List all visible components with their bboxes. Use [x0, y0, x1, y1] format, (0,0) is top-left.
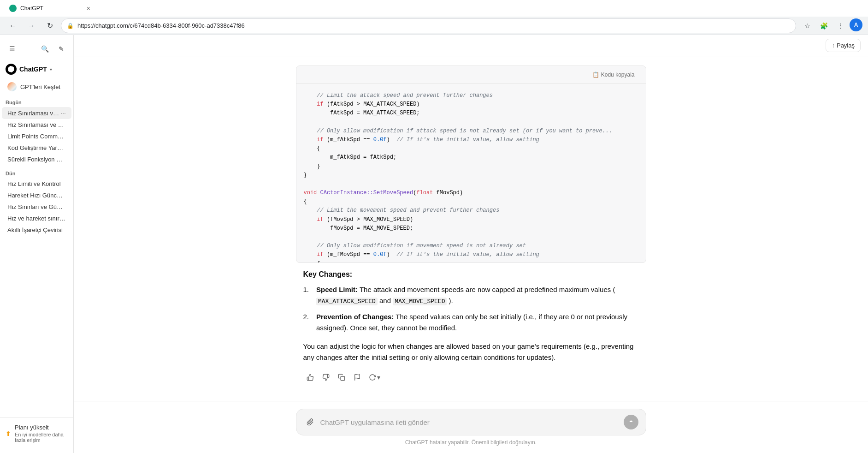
- browser-toolbar: ← → ↻ 🔒 https://chatgpt.com/c/674cd84b-6…: [0, 17, 868, 35]
- sidebar-item-label-2: Limit Points Command Block: [7, 133, 66, 140]
- gpt-explore-item[interactable]: GPT'leri Keşfet: [2, 79, 71, 94]
- address-bar[interactable]: 🔒 https://chatgpt.com/c/674cd84b-6334-80…: [61, 18, 796, 33]
- code-line-17: // Only allow modification if movement s…: [304, 242, 638, 250]
- search-button[interactable]: 🔍: [38, 42, 51, 55]
- regenerate-button[interactable]: ▾: [366, 372, 383, 383]
- sidebar-item-label-7: Hız Sınırları ve Güncelleme: [7, 203, 66, 210]
- today-section-label: Bugün: [0, 94, 73, 107]
- code-content: // Limit the attack speed and prevent fu…: [296, 84, 646, 263]
- more-icon-0[interactable]: ···: [60, 109, 66, 117]
- chat-messages[interactable]: 📋 Kodu kopyala // Limit the attack speed…: [74, 56, 868, 401]
- sidebar-item-8[interactable]: Hız ve hareket sınırlamaları: [2, 213, 71, 224]
- new-chat-button[interactable]: ✎: [55, 42, 68, 55]
- thumbs-down-button[interactable]: [319, 370, 333, 384]
- lock-icon: 🔒: [67, 23, 74, 29]
- upgrade-text-block: Planı yükselt En iyi modellere daha fazl…: [15, 424, 68, 443]
- browser-tab[interactable]: ChatGPT ×: [4, 1, 96, 16]
- upgrade-label: Planı yükselt: [15, 424, 68, 431]
- sidebar-bottom: ⬆ Planı yükselt En iyi modellere daha fa…: [0, 417, 73, 449]
- sidebar-item-label-5: Hız Limiti ve Kontrol: [7, 180, 66, 187]
- sidebar: ☰ 🔍 ✎ ChatGPT ▾ GPT'leri Keşfet Bugün Hı…: [0, 35, 74, 453]
- sidebar-item-label-1: Hız Sınırlaması ve Kontrol: [7, 121, 66, 128]
- sidebar-top: ☰ 🔍 ✎: [0, 39, 73, 59]
- tab-close-icon[interactable]: ×: [87, 5, 90, 12]
- key-changes-list: Speed Limit: The attack and movement spe…: [303, 284, 639, 334]
- menu-icon[interactable]: ⋮: [833, 18, 848, 33]
- sidebar-item-9[interactable]: Akıllı İşaretçi Çevirisi: [2, 224, 71, 236]
- key-changes-title: Key Changes:: [303, 270, 639, 279]
- code-line-10: [304, 180, 638, 189]
- forward-button[interactable]: →: [24, 18, 39, 33]
- key-change-label-1: Prevention of Changes:: [316, 313, 394, 321]
- thumbs-up-button[interactable]: [303, 370, 317, 384]
- gpt-explore-icon: [7, 82, 17, 91]
- sidebar-item-2[interactable]: Limit Points Command Block ···: [2, 131, 71, 142]
- tab-title: ChatGPT: [20, 5, 83, 12]
- sidebar-item-3[interactable]: Kod Geliştirme Yardımı ···: [2, 142, 71, 154]
- url-text: https://chatgpt.com/c/674cd84b-6334-800f…: [77, 22, 790, 29]
- key-change-text-0: Speed Limit: The attack and movement spe…: [316, 284, 638, 307]
- sidebar-item-7[interactable]: Hız Sınırları ve Güncelleme: [2, 201, 71, 213]
- toggle-sidebar-button[interactable]: ☰: [6, 42, 18, 55]
- back-button[interactable]: ←: [6, 18, 20, 33]
- code-line-0: // Limit the attack speed and prevent fu…: [304, 91, 638, 100]
- sidebar-item-4[interactable]: Sürekli Fonksiyon Çalıştırma ···: [2, 154, 71, 165]
- code-line-1: if (fAtkSpd > MAX_ATTACK_SPEED): [304, 100, 638, 109]
- main-content: ↑ Paylaş 📋 Kodu kopyala // Limit the att…: [74, 35, 868, 453]
- code-line-5: if (m_fAtkSpd == 0.0f) // If it's the in…: [304, 136, 638, 144]
- flag-button[interactable]: [350, 370, 364, 384]
- code-line-19: {: [304, 260, 638, 263]
- sidebar-item-label-0: Hız Sınırlaması ve Engelleme: [7, 110, 60, 117]
- code-line-4: // Only allow modification if attack spe…: [304, 127, 638, 136]
- profile-button[interactable]: A: [850, 18, 862, 31]
- code-line-11: void CActorInstance::SetMoveSpeed(float …: [304, 189, 638, 197]
- tab-favicon: [9, 5, 17, 12]
- sidebar-item-label-3: Kod Geliştirme Yardımı: [7, 144, 66, 151]
- input-box: [296, 409, 646, 435]
- bookmark-icon[interactable]: ☆: [800, 18, 815, 33]
- sidebar-item-label-8: Hız ve hareket sınırlamaları: [7, 215, 66, 222]
- code-line-3: [304, 118, 638, 127]
- code-block-header: 📋 Kodu kopyala: [296, 66, 646, 84]
- gpt-explore-label: GPT'leri Keşfet: [20, 83, 60, 90]
- key-change-item-1: Prevention of Changes: The speed values …: [303, 311, 639, 334]
- chat-header: ↑ Paylaş: [74, 35, 868, 56]
- key-change-label-0: Speed Limit:: [316, 286, 358, 293]
- browser-action-buttons: ☆ 🧩 ⋮ A: [800, 18, 862, 33]
- send-button[interactable]: [624, 415, 638, 429]
- key-change-text-1: Prevention of Changes: The speed values …: [316, 311, 638, 334]
- attach-button[interactable]: [304, 416, 317, 429]
- code-line-18: if (m_fMovSpd == 0.0f) // If it's the in…: [304, 250, 638, 259]
- reload-button[interactable]: ↻: [42, 18, 57, 33]
- message-actions: ▾: [303, 370, 639, 384]
- code-line-9: }: [304, 171, 638, 180]
- code-block: 📋 Kodu kopyala // Limit the attack speed…: [296, 66, 646, 263]
- sidebar-item-1[interactable]: Hız Sınırlaması ve Kontrol ···: [2, 119, 71, 131]
- brand-chevron-icon: ▾: [50, 67, 52, 72]
- code-ref-max-attack: MAX_ATTACK_SPEED: [316, 298, 378, 305]
- copy-icon: 📋: [592, 72, 599, 78]
- extensions-icon[interactable]: 🧩: [816, 18, 831, 33]
- sidebar-item-label-9: Akıllı İşaretçi Çevirisi: [7, 226, 66, 233]
- code-line-8: }: [304, 162, 638, 171]
- share-icon: ↑: [832, 42, 835, 49]
- message-container: Key Changes: Speed Limit: The attack and…: [296, 270, 646, 392]
- copy-code-button[interactable]: 📋 Kodu kopyala: [589, 70, 638, 80]
- upgrade-button[interactable]: ⬆ Planı yükselt En iyi modellere daha fa…: [6, 421, 68, 446]
- key-change-item-0: Speed Limit: The attack and movement spe…: [303, 284, 639, 307]
- chatgpt-brand[interactable]: ChatGPT ▾: [0, 61, 73, 77]
- share-button[interactable]: ↑ Paylaş: [826, 39, 861, 52]
- sidebar-item-6[interactable]: Hareket Hızı Güncelleme: [2, 190, 71, 201]
- chat-input[interactable]: [320, 418, 620, 426]
- copy-response-button[interactable]: [335, 370, 348, 384]
- sidebar-item-0[interactable]: Hız Sınırlaması ve Engelleme ···: [2, 107, 71, 119]
- code-line-6: {: [304, 144, 638, 153]
- code-line-14: if (fMovSpd > MAX_MOVE_SPEED): [304, 215, 638, 224]
- browser-chrome: ChatGPT × ← → ↻ 🔒 https://chatgpt.com/c/…: [0, 0, 868, 35]
- yesterday-section-label: Dün: [0, 165, 73, 178]
- share-label: Paylaş: [837, 42, 855, 49]
- browser-tab-bar: ChatGPT ×: [0, 0, 868, 17]
- svg-rect-0: [341, 376, 345, 381]
- sidebar-item-5[interactable]: Hız Limiti ve Kontrol: [2, 178, 71, 190]
- code-line-2: fAtkSpd = MAX_ATTACK_SPEED;: [304, 109, 638, 118]
